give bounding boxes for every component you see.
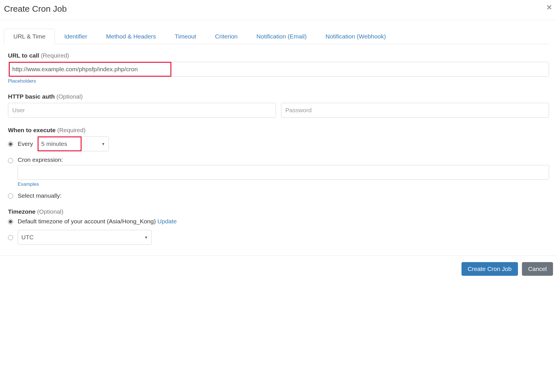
radio-every[interactable] <box>8 142 13 147</box>
auth-label: HTTP basic auth (Optional) <box>8 93 549 100</box>
tab-timeout[interactable]: Timeout <box>165 29 206 44</box>
tab-notification-email[interactable]: Notification (Email) <box>247 29 316 44</box>
cron-label: Cron expression: <box>18 156 63 163</box>
modal-title: Create Cron Job <box>4 4 67 14</box>
cron-expression-input[interactable] <box>18 165 549 180</box>
when-label: When to execute (Required) <box>8 127 549 134</box>
url-label-hint: (Required) <box>39 52 69 59</box>
chevron-down-icon: ▼ <box>144 235 148 240</box>
manual-label: Select manually: <box>18 192 62 199</box>
tab-method-headers[interactable]: Method & Headers <box>97 29 165 44</box>
url-label-bold: URL to call <box>8 52 39 59</box>
cron-expression-block: Examples <box>8 165 549 187</box>
auth-section: HTTP basic auth (Optional) <box>8 93 549 118</box>
when-manual-row: Select manually: <box>8 192 549 199</box>
tz-value: UTC <box>21 234 34 241</box>
tz-update-link[interactable]: Update <box>157 218 177 224</box>
interval-value: 5 minutes <box>41 140 67 147</box>
radio-tz-default[interactable] <box>8 219 13 224</box>
radio-tz-custom[interactable] <box>8 235 13 240</box>
radio-cron-expression[interactable] <box>8 158 13 163</box>
auth-user-input[interactable] <box>8 103 276 118</box>
tz-default-label: Default timezone of your account (Asia/H… <box>18 218 177 225</box>
url-input[interactable] <box>8 62 549 77</box>
when-label-bold: When to execute <box>8 127 56 133</box>
cancel-button[interactable]: Cancel <box>522 262 553 276</box>
every-label: Every <box>18 140 33 147</box>
auth-label-hint: (Optional) <box>55 93 83 100</box>
when-cron-row: Cron expression: <box>8 156 549 163</box>
tz-label-hint: (Optional) <box>35 208 63 215</box>
modal-footer: Create Cron Job Cancel <box>0 256 557 280</box>
examples-link[interactable]: Examples <box>18 181 39 187</box>
tabs: URL & Time Identifier Method & Headers T… <box>4 29 549 44</box>
auth-password-input[interactable] <box>281 103 549 118</box>
tz-default-text: Default timezone of your account (Asia/H… <box>18 218 157 224</box>
tz-label-bold: Timezone <box>8 208 35 215</box>
url-section: URL to call (Required) Placeholders <box>8 52 549 84</box>
tz-custom-row: UTC ▼ <box>8 230 549 245</box>
timezone-section: Timezone (Optional) Default timezone of … <box>8 208 549 245</box>
tab-criterion[interactable]: Criterion <box>206 29 247 44</box>
modal-header: Create Cron Job × <box>0 0 557 20</box>
tab-notification-webhook[interactable]: Notification (Webhook) <box>316 29 395 44</box>
tz-label: Timezone (Optional) <box>8 208 549 215</box>
when-label-hint: (Required) <box>56 127 86 133</box>
tab-identifier[interactable]: Identifier <box>55 29 97 44</box>
tz-default-row: Default timezone of your account (Asia/H… <box>8 218 549 225</box>
chevron-down-icon: ▼ <box>101 142 105 146</box>
modal-body: URL & Time Identifier Method & Headers T… <box>0 29 557 256</box>
close-icon[interactable]: × <box>546 4 552 10</box>
modal-create-cron-job: Create Cron Job × URL & Time Identifier … <box>0 0 557 280</box>
auth-label-bold: HTTP basic auth <box>8 93 55 100</box>
when-every-row: Every 5 minutes ▼ <box>8 136 549 151</box>
tab-url-time[interactable]: URL & Time <box>4 29 55 44</box>
radio-select-manually[interactable] <box>8 193 13 199</box>
placeholders-link[interactable]: Placeholders <box>8 78 36 84</box>
when-section: When to execute (Required) Every 5 minut… <box>8 127 549 199</box>
create-cron-job-button[interactable]: Create Cron Job <box>462 262 518 276</box>
tz-select[interactable]: UTC ▼ <box>18 230 152 245</box>
interval-select[interactable]: 5 minutes ▼ <box>38 136 109 151</box>
url-label: URL to call (Required) <box>8 52 549 59</box>
